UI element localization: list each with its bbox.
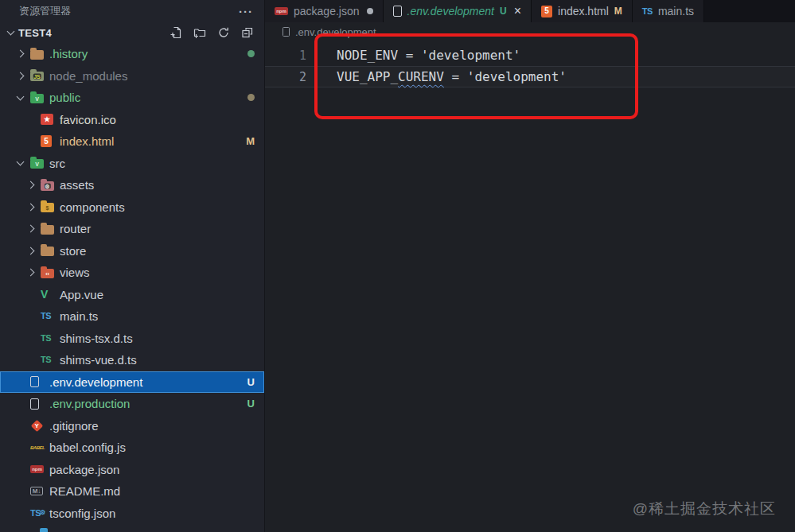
tree-item-src[interactable]: Vsrc [0,153,264,175]
tab-label: main.ts [658,5,694,17]
project-name: TEST4 [18,27,52,39]
tree-item-shims-vue.d.ts[interactable]: TSshims-vue.d.ts [0,349,264,371]
folder-icon [41,247,54,256]
icon-slot: ★ [41,114,58,125]
tree-item-label: views [60,266,90,279]
breadcrumb[interactable]: .env.development [265,22,376,41]
tree-item-package.json[interactable]: npmpackage.json [0,459,264,481]
file-type-icon: V [41,289,48,300]
tree-item-shims-tsx.d.ts[interactable]: TSshims-tsx.d.ts [0,328,264,350]
vscode-window: 资源管理器 ··· TEST4 [0,0,795,532]
git-icon: Y [30,419,43,432]
tree-item-label: .history [49,47,88,60]
folder-overlay-glyph: V [34,95,40,101]
code-editor[interactable]: 1NODE_ENV = 'development'2VUE_APP_CURENV… [265,45,795,87]
folder-icon: ⚙ [41,181,54,191]
document-icon [393,6,402,17]
tree-item-label: store [60,244,86,258]
tab-label: .env.development [407,5,494,17]
chevron-slot [26,270,41,275]
icon-slot: TS [41,355,58,364]
partial-file-icon [40,528,48,532]
collapse-all-button[interactable] [239,24,256,41]
tab-.env.development[interactable]: .env.developmentU× [384,0,532,22]
tree-item-.env.production[interactable]: .env.productionU [0,393,264,415]
code-line-2[interactable]: 2VUE_APP_CURENV = 'development' [265,66,795,87]
tree-item-label: assets [60,178,94,192]
refresh-button[interactable] [215,24,232,41]
icon-slot: JS [30,70,48,81]
file-type-icon: TS [41,355,51,364]
tree-item-components[interactable]: $components [0,196,264,219]
chevron-slot [16,96,30,99]
line-number: 1 [265,49,306,63]
file-type-icon: BABEL [30,445,45,450]
tree-item-store[interactable]: store [0,240,264,262]
tree-item-README.md[interactable]: M↓README.md [0,480,264,503]
tree-item-main.ts[interactable]: TSmain.ts [0,305,264,328]
tree-item-index.html[interactable]: 5index.htmlM [0,130,264,153]
file-type-icon: npm [275,7,288,15]
close-icon[interactable]: × [514,5,521,17]
chevron-down-icon [17,158,25,166]
folder-overlay-glyph: V [34,161,40,167]
folder-icon: V [30,94,44,103]
tab-main.ts[interactable]: TSmain.ts [633,0,704,22]
tree-item-public[interactable]: Vpublic [0,87,264,109]
more-actions-icon[interactable]: ··· [239,5,253,18]
tree-item-label: .env.development [49,375,142,389]
collapse-all-icon [241,26,254,39]
project-section-header[interactable]: TEST4 [0,22,264,43]
icon-slot [30,376,48,387]
chevron-right-icon [27,203,35,211]
code-line-1[interactable]: 1NODE_ENV = 'development' [265,45,795,66]
tree-item-assets[interactable]: ⚙assets [0,174,264,196]
tree-item-router[interactable]: router [0,218,264,240]
file-type-icon: npm [30,465,44,473]
folder-overlay-glyph: $ [45,205,50,211]
icon-slot: TS⚙ [30,509,48,518]
folder-overlay-glyph: ⚙ [44,183,50,188]
folder-icon: JS [30,72,44,81]
new-file-button[interactable] [167,24,185,41]
watermark: @稀土掘金技术社区 [633,499,776,519]
tree-item-views[interactable]: ‹›views [0,262,264,284]
tree-item-App.vue[interactable]: VApp.vue [0,284,264,306]
tree-item-.env.development[interactable]: .env.developmentU [0,371,264,394]
icon-slot: ⚙ [41,180,58,191]
tab-package.json[interactable]: npmpackage.json [265,0,384,22]
tree-item-label: index.html [60,134,114,148]
file-type-icon: 5 [541,6,552,17]
tree-item-tsconfig.json[interactable]: TS⚙tsconfig.json [0,503,264,525]
folder-overlay-glyph: JS [33,74,41,80]
tree-item-babel.config.js[interactable]: BABELbabel.config.js [0,437,264,459]
unsaved-dot-icon[interactable] [367,8,373,14]
icon-slot: $ [41,201,58,212]
explorer-header: 资源管理器 ··· [0,0,264,22]
icon-slot: M↓ [30,487,48,495]
new-folder-button[interactable] [191,24,208,41]
git-status-badge: U [500,6,507,17]
chevron-right-icon [17,72,25,80]
tree-item-label: shims-tsx.d.ts [60,332,133,345]
icon-slot: V [30,92,48,103]
icon-slot: TS [41,312,58,320]
icon-slot: V [41,289,58,300]
tab-index.html[interactable]: 5index.htmlM [532,0,633,22]
editor-area: npmpackage.json.env.developmentU×5index.… [265,0,795,532]
git-status-badge: U [247,376,255,388]
chevron-right-icon [27,225,35,233]
tree-item-favicon.ico[interactable]: ★favicon.ico [0,109,264,131]
chevron-down-icon [7,28,15,36]
chevron-slot [16,73,30,79]
tree-item-label: components [60,200,125,214]
tree-item-.gitignore[interactable]: Y.gitignore [0,415,264,437]
icon-slot: Y [30,419,48,432]
file-type-icon: TS [41,312,51,320]
file-type-icon: TS⚙ [30,509,45,518]
tree-item-label: .gitignore [49,419,99,433]
tree-item-label: tsconfig.json [49,507,115,520]
tree-item-.history[interactable]: .history [0,43,264,65]
explorer-sidebar: 资源管理器 ··· TEST4 [0,0,265,532]
tree-item-node_modules[interactable]: JSnode_modules [0,65,264,87]
